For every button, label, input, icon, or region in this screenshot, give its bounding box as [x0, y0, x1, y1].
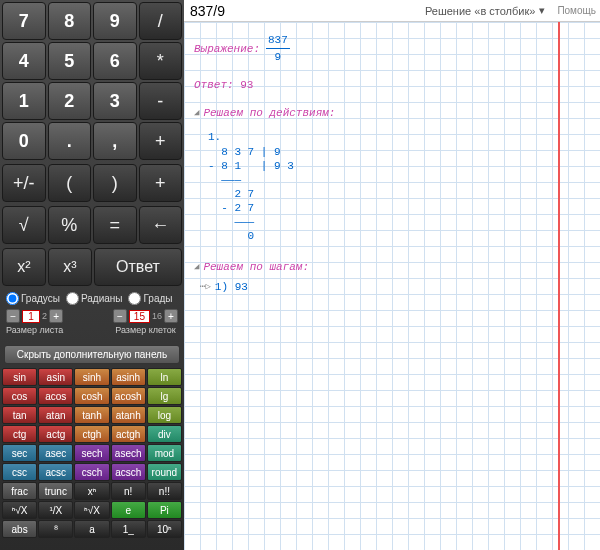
fn-a[interactable]: a	[74, 520, 109, 538]
angle-radio-0[interactable]	[6, 292, 19, 305]
fn-tanh[interactable]: tanh	[74, 406, 109, 424]
fn-asec[interactable]: asec	[38, 444, 73, 462]
arrow-icon: ⋯▷	[200, 279, 211, 295]
fn-frac[interactable]: frac	[2, 482, 37, 500]
fn-⁸[interactable]: ⁸	[38, 520, 73, 538]
key-7[interactable]: 7	[2, 2, 46, 40]
fn-div[interactable]: div	[147, 425, 182, 443]
fn-atanh[interactable]: atanh	[111, 406, 146, 424]
cell-size-minus[interactable]: −	[113, 309, 127, 323]
collapse-icon[interactable]: ◢	[194, 259, 199, 275]
fn-ⁿ√X[interactable]: ⁿ√X	[74, 501, 109, 519]
key-6[interactable]: 6	[93, 42, 137, 80]
fn-sec[interactable]: sec	[2, 444, 37, 462]
key-.[interactable]: .	[48, 122, 92, 160]
key-x²[interactable]: x²	[2, 248, 46, 286]
fn-csch[interactable]: csch	[74, 463, 109, 481]
sheet-size-minus[interactable]: −	[6, 309, 20, 323]
fn-trunc[interactable]: trunc	[38, 482, 73, 500]
fn-mod[interactable]: mod	[147, 444, 182, 462]
fn-acsc[interactable]: acsc	[38, 463, 73, 481]
fn-ⁿ√X[interactable]: ⁿ√X	[2, 501, 37, 519]
key-+[interactable]: +	[139, 164, 183, 202]
fn-cos[interactable]: cos	[2, 387, 37, 405]
fn-ctgh[interactable]: ctgh	[74, 425, 109, 443]
byturns-label: Решаем по шагам:	[203, 259, 309, 275]
fn-cosh[interactable]: cosh	[74, 387, 109, 405]
key-8[interactable]: 8	[48, 2, 92, 40]
key-9[interactable]: 9	[93, 2, 137, 40]
key-*[interactable]: *	[139, 42, 183, 80]
cell-size-plus[interactable]: +	[164, 309, 178, 323]
fn-asinh[interactable]: asinh	[111, 368, 146, 386]
fn-actgh[interactable]: actgh	[111, 425, 146, 443]
answer-button[interactable]: Ответ	[94, 248, 182, 286]
key-)[interactable]: )	[93, 164, 137, 202]
key-+[interactable]: +	[139, 122, 183, 160]
fn-1_[interactable]: 1_	[111, 520, 146, 538]
fn-sin[interactable]: sin	[2, 368, 37, 386]
key-4[interactable]: 4	[2, 42, 46, 80]
fn-acos[interactable]: acos	[38, 387, 73, 405]
cell-size-value: 15	[129, 310, 150, 323]
fn-xⁿ[interactable]: xⁿ	[74, 482, 109, 500]
fn-sech[interactable]: sech	[74, 444, 109, 462]
angle-mode-2[interactable]: Грады	[128, 292, 172, 305]
fn-sinh[interactable]: sinh	[74, 368, 109, 386]
fn-acosh[interactable]: acosh	[111, 387, 146, 405]
angle-radio-2[interactable]	[128, 292, 141, 305]
fn-ctg[interactable]: ctg	[2, 425, 37, 443]
fn-log[interactable]: log	[147, 406, 182, 424]
cell-size-suffix: 16	[152, 311, 162, 321]
key-1[interactable]: 1	[2, 82, 46, 120]
fn-tan[interactable]: tan	[2, 406, 37, 424]
key-,[interactable]: ,	[93, 122, 137, 160]
fn-asech[interactable]: asech	[111, 444, 146, 462]
fn-lg[interactable]: lg	[147, 387, 182, 405]
fn-10ⁿ[interactable]: 10ⁿ	[147, 520, 182, 538]
key-√[interactable]: √	[2, 206, 46, 244]
key-=[interactable]: =	[93, 206, 137, 244]
fn-Pi[interactable]: Pi	[147, 501, 182, 519]
notebook-area: Выражение: 837 9 Ответ: 93 ◢ Решаем по д…	[184, 22, 600, 550]
angle-radio-1[interactable]	[66, 292, 79, 305]
advanced-functions-grid: sinasinsinhasinhlncosacoscoshacoshlgtana…	[0, 366, 184, 540]
fn-e[interactable]: e	[111, 501, 146, 519]
fn-ln[interactable]: ln	[147, 368, 182, 386]
fn-n![interactable]: n!	[111, 482, 146, 500]
key-%[interactable]: %	[48, 206, 92, 244]
key-2[interactable]: 2	[48, 82, 92, 120]
fn-atan[interactable]: atan	[38, 406, 73, 424]
fn-actg[interactable]: actg	[38, 425, 73, 443]
fn-round[interactable]: round	[147, 463, 182, 481]
angle-mode-1[interactable]: Радианы	[66, 292, 123, 305]
expression-fraction: 837 9	[266, 32, 290, 65]
fn-¹/X[interactable]: ¹/X	[38, 501, 73, 519]
key-([interactable]: (	[48, 164, 92, 202]
key--[interactable]: -	[139, 82, 183, 120]
cell-size-label: Размер клеток	[115, 325, 175, 335]
key-/[interactable]: /	[139, 2, 183, 40]
fn-csc[interactable]: csc	[2, 463, 37, 481]
fn-abs[interactable]: abs	[2, 520, 37, 538]
method-label: Решение «в столбик»	[425, 5, 535, 17]
solution-method-dropdown[interactable]: Решение «в столбик» ▾	[417, 2, 553, 19]
key-5[interactable]: 5	[48, 42, 92, 80]
fraction-numerator: 837	[266, 32, 290, 49]
collapse-icon[interactable]: ◢	[194, 105, 199, 121]
size-row: − 1 2 + Размер листа − 15 16 + Размер кл…	[6, 309, 178, 335]
solution-content: Выражение: 837 9 Ответ: 93 ◢ Решаем по д…	[194, 32, 335, 295]
fn-asin[interactable]: asin	[38, 368, 73, 386]
hide-panel-button[interactable]: Скрыть дополнительную панель	[4, 345, 180, 364]
fn-acsch[interactable]: acsch	[111, 463, 146, 481]
key-0[interactable]: 0	[2, 122, 46, 160]
key-x³[interactable]: x³	[48, 248, 92, 286]
help-link[interactable]: Помощь	[553, 5, 600, 16]
key-+/-[interactable]: +/-	[2, 164, 46, 202]
angle-mode-0[interactable]: Градусы	[6, 292, 60, 305]
expression-input[interactable]	[184, 1, 417, 21]
key-←[interactable]: ←	[139, 206, 183, 244]
key-3[interactable]: 3	[93, 82, 137, 120]
sheet-size-plus[interactable]: +	[49, 309, 63, 323]
fn-n!![interactable]: n!!	[147, 482, 182, 500]
